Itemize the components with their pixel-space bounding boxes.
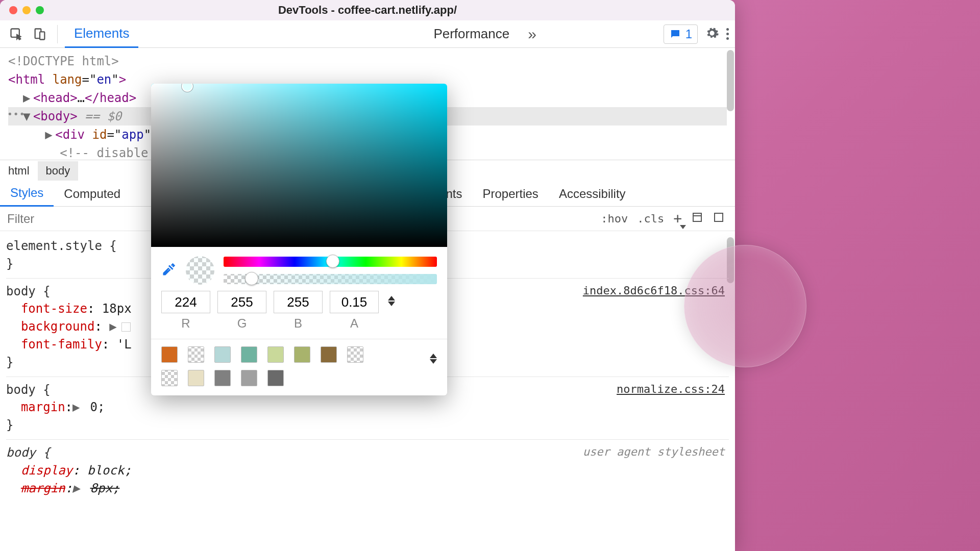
svg-rect-2 (40, 32, 44, 39)
window-titlebar: DevTools - coffee-cart.netlify.app/ (0, 0, 735, 20)
hue-slider[interactable] (224, 257, 437, 267)
inspect-element-icon[interactable] (6, 24, 27, 44)
svg-rect-4 (715, 213, 723, 221)
svg-rect-3 (693, 213, 701, 221)
subtab-computed[interactable]: Computed (54, 182, 131, 206)
devtools-window: DevTools - coffee-cart.netlify.app/ Elem… (0, 0, 735, 551)
palette-swatch[interactable] (321, 346, 337, 363)
subtab-styles[interactable]: Styles (0, 181, 54, 207)
device-toolbar-icon[interactable] (30, 24, 50, 44)
palette-swatch[interactable] (267, 370, 284, 386)
alpha-thumb[interactable] (245, 272, 258, 285)
saturation-value-field[interactable] (151, 84, 447, 247)
more-menu-icon[interactable] (726, 28, 729, 40)
color-swatch-icon[interactable] (121, 322, 131, 332)
palette-switcher[interactable] (430, 354, 437, 364)
crumb-body[interactable]: body (38, 161, 79, 181)
current-color-swatch (186, 256, 214, 285)
new-style-rule-button[interactable]: + (673, 210, 682, 227)
tab-elements[interactable]: Elements (65, 20, 138, 48)
subtab-properties[interactable]: Properties (472, 182, 548, 206)
rendering-icon[interactable] (713, 211, 725, 226)
palette-swatch[interactable] (214, 346, 231, 363)
tab-performance[interactable]: Performance (424, 21, 519, 47)
panel-tabs: Elements Performance » (65, 20, 546, 48)
cls-toggle[interactable]: .cls (637, 212, 664, 225)
magnifier-cursor (684, 245, 806, 367)
palette-swatch[interactable] (188, 346, 204, 363)
alpha-slider[interactable] (224, 274, 437, 284)
separator (57, 25, 58, 43)
main-content: <!DOCTYPE html> <html lang="en"> ▶<head>… (0, 48, 735, 551)
devtools-toolbar: Elements Performance » 1 (0, 20, 735, 48)
r-input[interactable] (161, 291, 210, 313)
dom-doctype[interactable]: <!DOCTYPE html> (8, 52, 727, 70)
b-input[interactable] (274, 291, 323, 313)
palette-swatch[interactable] (214, 370, 231, 386)
palette-swatch[interactable] (347, 346, 363, 363)
eyedropper-icon[interactable] (161, 262, 177, 279)
palette-row-1 (161, 346, 437, 363)
color-picker-popover: R G B A (151, 84, 447, 395)
palette-swatch[interactable] (267, 346, 284, 363)
palette-swatch[interactable] (161, 370, 178, 386)
format-switcher[interactable] (388, 296, 395, 306)
dom-scrollbar[interactable] (727, 50, 734, 111)
hov-toggle[interactable]: :hov (601, 212, 628, 225)
rule-body-ua[interactable]: user agent stylesheet body { display: bl… (6, 440, 729, 502)
rgba-inputs: R G B A (151, 291, 447, 339)
palette-swatch[interactable] (161, 346, 178, 363)
tab-overflow[interactable]: » (519, 20, 546, 48)
g-input[interactable] (217, 291, 266, 313)
window-title: DevTools - coffee-cart.netlify.app/ (0, 4, 735, 17)
palette-row-2 (161, 370, 437, 386)
issues-count: 1 (685, 27, 692, 41)
palette-swatch[interactable] (188, 370, 204, 386)
palette-swatch[interactable] (294, 346, 310, 363)
color-palette (151, 339, 447, 395)
hue-thumb[interactable] (326, 255, 339, 268)
palette-swatch[interactable] (241, 370, 257, 386)
issues-counter[interactable]: 1 (664, 24, 698, 44)
crumb-html[interactable]: html (0, 161, 38, 181)
source-link[interactable]: normalize.css:24 (617, 381, 725, 397)
settings-icon[interactable] (705, 26, 719, 42)
sv-cursor[interactable] (182, 84, 193, 92)
a-input[interactable] (330, 291, 379, 313)
computed-styles-icon[interactable] (691, 211, 703, 226)
subtab-accessibility[interactable]: Accessibility (549, 182, 636, 206)
source-ua: user agent stylesheet (583, 444, 725, 460)
palette-swatch[interactable] (241, 346, 257, 363)
